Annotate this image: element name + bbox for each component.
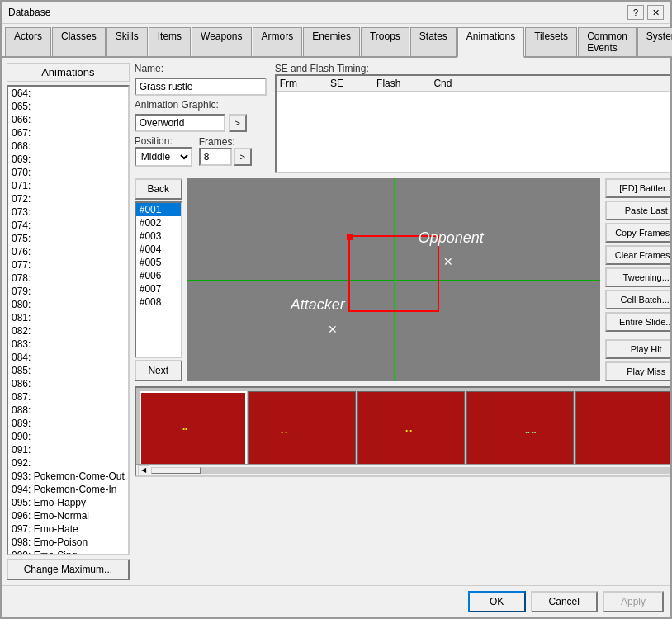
clear-frames-button[interactable]: Clear Frames... xyxy=(605,245,670,265)
tab-actors[interactable]: Actors xyxy=(5,27,51,56)
opponent-label: Opponent xyxy=(419,229,484,247)
canvas-container: Opponent ✕ Attacker ✕ xyxy=(187,178,600,381)
side-buttons: [ED] Battler... Paste Last Copy Frames..… xyxy=(605,178,670,381)
animation-list-item[interactable]: 065: xyxy=(8,100,128,113)
play-hit-button[interactable]: Play Hit xyxy=(605,339,670,359)
animation-list-item[interactable]: 080: xyxy=(8,298,128,311)
cancel-button[interactable]: Cancel xyxy=(531,591,598,612)
animation-list-item[interactable]: 076: xyxy=(8,245,128,258)
animation-list[interactable]: 064:065:066:067:068:069:070:071:072:073:… xyxy=(7,85,130,555)
animation-list-item[interactable]: 086: xyxy=(8,377,128,390)
play-miss-button[interactable]: Play Miss xyxy=(605,361,670,381)
animation-list-item[interactable]: 072: xyxy=(8,192,128,206)
ed-battler-button[interactable]: [ED] Battler... xyxy=(605,178,670,198)
frame-list-item[interactable]: #005 xyxy=(136,256,181,269)
name-label: Name: xyxy=(135,63,267,74)
name-input[interactable] xyxy=(135,78,267,96)
entire-slide-button[interactable]: Entire Slide... xyxy=(605,312,670,332)
graphic-input[interactable] xyxy=(135,114,225,132)
frame-list-item[interactable]: #007 xyxy=(136,282,181,295)
frame-list-item[interactable]: #002 xyxy=(136,216,181,229)
animation-list-item[interactable]: 068: xyxy=(8,139,128,153)
tab-enemies[interactable]: Enemies xyxy=(303,27,360,56)
frame-list[interactable]: #001#002#003#004#005#006#007#008 xyxy=(135,201,182,358)
next-button[interactable]: Next xyxy=(135,360,182,381)
animation-list-item[interactable]: 071: xyxy=(8,179,128,192)
animation-list-item[interactable]: 097: Emo-Hate xyxy=(8,522,128,536)
change-max-button[interactable]: Change Maximum... xyxy=(7,559,130,580)
tab-states[interactable]: States xyxy=(410,27,457,56)
help-button[interactable]: ? xyxy=(627,5,644,20)
animation-list-item[interactable]: 070: xyxy=(8,166,128,179)
animation-list-item[interactable]: 079: xyxy=(8,285,128,298)
scroll-thumb[interactable] xyxy=(151,467,201,474)
animation-list-item[interactable]: 094: Pokemon-Come-In xyxy=(8,483,128,496)
form-area: Name: Animation Graphic: > Position: Mid… xyxy=(135,63,670,173)
frames-input[interactable] xyxy=(199,148,232,166)
film-frame-2[interactable]: • • xyxy=(248,391,356,464)
animation-list-item[interactable]: 073: xyxy=(8,206,128,219)
tab-weapons[interactable]: Weapons xyxy=(192,27,251,56)
tab-items[interactable]: Items xyxy=(149,27,191,56)
animation-list-item[interactable]: 081: xyxy=(8,311,128,324)
animation-list-item[interactable]: 098: Emo-Poison xyxy=(8,536,128,549)
film-frame-3[interactable]: • • xyxy=(357,391,465,464)
animation-list-item[interactable]: 066: xyxy=(8,113,128,126)
animation-list-item[interactable]: 093: Pokemon-Come-Out xyxy=(8,470,128,483)
tab-tilesets[interactable]: Tilesets xyxy=(525,27,577,56)
frames-arrow-button[interactable]: > xyxy=(234,148,252,166)
form-left: Name: Animation Graphic: > Position: Mid… xyxy=(135,63,267,167)
frame-list-item[interactable]: #004 xyxy=(136,243,181,256)
close-button[interactable]: ✕ xyxy=(647,5,664,20)
animation-list-item[interactable]: 087: xyxy=(8,390,128,404)
filmstrip-scroll[interactable]: •• • • • • •• •• xyxy=(136,388,670,464)
film-frame-1[interactable]: •• xyxy=(140,391,247,464)
frame-list-item[interactable]: #003 xyxy=(136,229,181,243)
filmstrip-scrollbar: ◀ ▶ xyxy=(136,464,670,475)
cell-batch-button[interactable]: Cell Batch.... xyxy=(605,290,670,310)
tab-classes[interactable]: Classes xyxy=(52,27,106,56)
red-selection-rect xyxy=(348,235,439,312)
tab-skills[interactable]: Skills xyxy=(106,27,148,56)
apply-button[interactable]: Apply xyxy=(603,591,664,612)
animation-list-item[interactable]: 083: xyxy=(8,338,128,351)
film-frame-5[interactable] xyxy=(575,391,670,464)
animation-list-item[interactable]: 096: Emo-Normal xyxy=(8,509,128,522)
frame-list-item[interactable]: #008 xyxy=(136,295,181,309)
animation-list-item[interactable]: 090: xyxy=(8,430,128,443)
animation-list-item[interactable]: 091: xyxy=(8,443,128,456)
tab-troops[interactable]: Troops xyxy=(361,27,409,56)
animation-list-item[interactable]: 088: xyxy=(8,404,128,417)
frame-list-item[interactable]: #006 xyxy=(136,269,181,282)
animation-list-item[interactable]: 077: xyxy=(8,258,128,272)
tab-armors[interactable]: Armors xyxy=(253,27,303,56)
animation-list-item[interactable]: 095: Emo-Happy xyxy=(8,496,128,509)
animation-list-item[interactable]: 075: xyxy=(8,232,128,245)
animation-list-item[interactable]: 067: xyxy=(8,126,128,139)
tab-animations[interactable]: Animations xyxy=(457,27,524,58)
animation-list-item[interactable]: 078: xyxy=(8,272,128,285)
animation-list-item[interactable]: 064: xyxy=(8,87,128,100)
animation-list-item[interactable]: 069: xyxy=(8,153,128,166)
animation-list-item[interactable]: 082: xyxy=(8,324,128,338)
graphic-row: > xyxy=(135,114,267,132)
graphic-arrow-button[interactable]: > xyxy=(229,114,247,132)
tab-system[interactable]: System xyxy=(637,27,672,56)
scroll-track[interactable] xyxy=(151,467,670,474)
animation-list-item[interactable]: 099: Emo-Sing xyxy=(8,549,128,555)
copy-frames-button[interactable]: Copy Frames... xyxy=(605,223,670,243)
animation-list-item[interactable]: 085: xyxy=(8,364,128,377)
frame-list-item[interactable]: #001 xyxy=(136,203,181,216)
paste-last-button[interactable]: Paste Last xyxy=(605,201,670,220)
animation-list-item[interactable]: 074: xyxy=(8,219,128,232)
tab-common-events[interactable]: Common Events xyxy=(578,27,637,56)
animation-list-item[interactable]: 092: xyxy=(8,456,128,470)
tweening-button[interactable]: Tweening... xyxy=(605,267,670,287)
film-frame-4[interactable]: •• •• xyxy=(466,391,574,464)
position-select[interactable]: Middle Top Bottom Screen xyxy=(135,147,192,167)
scroll-left-button[interactable]: ◀ xyxy=(138,465,149,475)
animation-list-item[interactable]: 089: xyxy=(8,417,128,430)
ok-button[interactable]: OK xyxy=(468,591,526,612)
animation-list-item[interactable]: 084: xyxy=(8,351,128,364)
back-button[interactable]: Back xyxy=(135,178,182,200)
